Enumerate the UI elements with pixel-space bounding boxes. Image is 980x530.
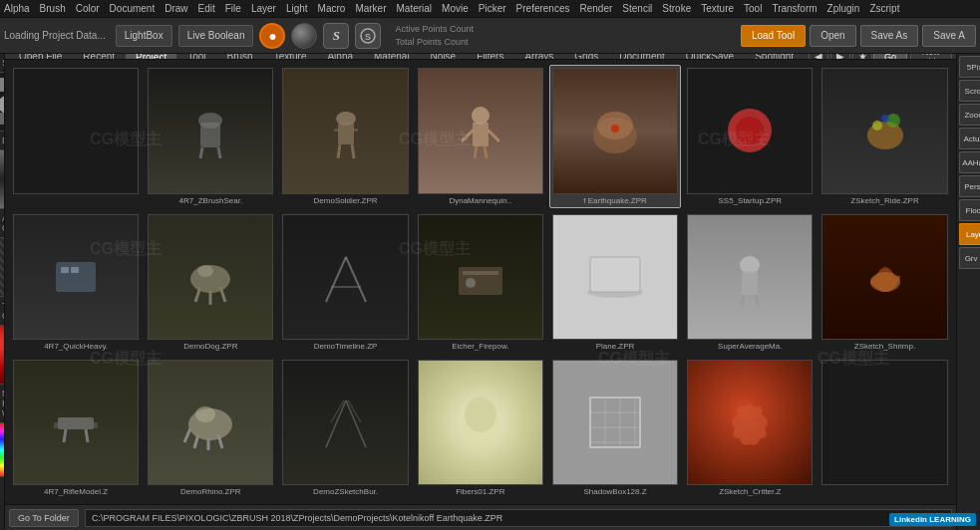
menu-transform[interactable]: Transform — [772, 3, 817, 14]
aahalf-button[interactable]: AAHalf — [959, 151, 980, 173]
file-thumbnail — [552, 214, 678, 340]
menu-macro[interactable]: Macro — [318, 3, 346, 14]
browser-container: Open File Recent Project Tool Brush Text… — [5, 54, 956, 530]
list-item[interactable]: DemoTimeline.ZP — [279, 211, 411, 354]
list-item[interactable]: ZSketch_Ride.ZPR — [818, 65, 950, 207]
menu-picker[interactable]: Picker — [479, 3, 506, 14]
open-button[interactable]: Open — [810, 25, 855, 47]
menu-layer[interactable]: Layer — [251, 3, 276, 14]
list-item[interactable]: Plane.ZPR — [549, 211, 681, 354]
menu-file[interactable]: File — [225, 3, 241, 14]
list-item[interactable]: ZSketch_Critter.Z — [684, 357, 816, 499]
list-item[interactable]: SS5_Startup.ZPR — [684, 65, 816, 207]
menu-document[interactable]: Document — [110, 3, 156, 14]
menu-brush[interactable]: Brush — [40, 3, 66, 14]
menu-material[interactable]: Material — [397, 3, 433, 14]
list-item[interactable]: DemoDog.ZPR — [145, 211, 276, 354]
floor-button[interactable]: Floor — [959, 199, 980, 221]
list-item[interactable]: DynaMannequin.. — [415, 65, 546, 207]
svg-text:S: S — [365, 32, 371, 42]
svg-line-13 — [200, 147, 202, 158]
zoom-button[interactable]: Zoom — [959, 104, 980, 126]
file-name: DemoZSketchBur. — [282, 487, 408, 496]
main-content: Standard Dots Alpha Off Texture Off — [0, 54, 980, 530]
menu-zplugin[interactable]: Zplugin — [827, 3, 860, 14]
menu-light[interactable]: Light — [286, 3, 308, 14]
list-item[interactable]: f Earthquake.ZPR — [549, 65, 681, 207]
file-thumbnail — [418, 214, 543, 340]
file-name: 4R7_ZBrushSear. — [148, 196, 273, 205]
point-counts: Active Points Count Total Points Count — [395, 23, 474, 48]
file-thumbnail — [552, 360, 678, 485]
svg-line-14 — [218, 147, 220, 158]
loading-status: Loading Project Data... — [4, 30, 106, 41]
list-item[interactable]: SuperAverageMa. — [684, 211, 816, 354]
list-item[interactable]: DemoZSketchBur. — [279, 357, 411, 499]
files-grid: 4R7_ZBrushSear. DemoSoldier.ZPR DynaMann… — [5, 60, 956, 504]
file-thumbnail — [148, 360, 273, 485]
svg-line-25 — [475, 146, 477, 158]
menu-preferences[interactable]: Preferences — [516, 3, 570, 14]
material-sphere-icon[interactable] — [291, 23, 317, 49]
svg-line-64 — [194, 434, 198, 448]
svg-line-67 — [184, 428, 190, 442]
svg-line-18 — [352, 144, 354, 158]
lightbox-button[interactable]: LightBox — [116, 25, 172, 47]
5pix-button[interactable]: 5Pix — [959, 56, 980, 78]
file-name: ZSketch_Ride.ZPR — [821, 196, 947, 205]
list-item[interactable]: ShadowBox128.Z — [549, 357, 681, 499]
menu-texture[interactable]: Texture — [701, 3, 734, 14]
save-as-button[interactable]: Save As — [860, 25, 919, 47]
right-panel: 5Pix Scroll Zoom Actual AAHalf Persp Flo… — [956, 54, 980, 530]
file-thumbnail — [282, 360, 408, 485]
file-name: Plane.ZPR — [552, 342, 678, 351]
file-thumbnail — [821, 68, 947, 193]
total-points-label: Total Points Count — [395, 36, 474, 49]
go-to-folder-button[interactable]: Go To Folder — [9, 509, 79, 527]
toolbar-row: Loading Project Data... LightBox Live Bo… — [0, 18, 980, 54]
list-item[interactable]: 4R7_RifleModel.Z — [10, 357, 142, 499]
brush-mode-icon[interactable]: ● — [259, 23, 285, 49]
svg-point-73 — [465, 397, 496, 432]
liveboolean-button[interactable]: Live Boolean — [178, 25, 254, 47]
persp-button[interactable]: Persp — [959, 175, 980, 197]
menu-movie[interactable]: Movie — [442, 3, 469, 14]
menu-tool[interactable]: Tool — [744, 3, 762, 14]
menu-draw[interactable]: Draw — [164, 3, 187, 14]
list-item[interactable]: DemoSoldier.ZPR — [279, 65, 411, 207]
bottom-bar: Go To Folder C:\PROGRAM FILES\PIXOLOGIC\… — [5, 504, 956, 530]
alpha-icon[interactable]: S — [355, 23, 381, 49]
file-thumbnail — [821, 360, 947, 485]
file-name: DemoRhino.ZPR — [148, 487, 273, 496]
list-item[interactable]: 4R7_QuickHeavy. — [10, 211, 142, 354]
load-tool-button[interactable]: Load Tool — [741, 25, 806, 47]
menu-marker[interactable]: Marker — [355, 3, 386, 14]
svg-point-29 — [611, 125, 619, 132]
scroll-button[interactable]: Scroll — [959, 80, 980, 102]
list-item[interactable]: DemoRhino.ZPR — [145, 357, 276, 499]
save-a-button[interactable]: Save A — [922, 25, 976, 47]
menu-alpha[interactable]: Alpha — [4, 3, 30, 14]
menu-color[interactable]: Color — [76, 3, 100, 14]
svg-line-69 — [346, 400, 366, 447]
list-item[interactable] — [818, 357, 950, 499]
file-browser: 4R7_ZBrushSear. DemoSoldier.ZPR DynaMann… — [5, 60, 956, 530]
actual-button[interactable]: Actual — [959, 128, 980, 149]
grvz-button[interactable]: Grv Z — [959, 247, 980, 269]
file-thumbnail — [282, 214, 408, 340]
menu-edit[interactable]: Edit — [198, 3, 215, 14]
svg-line-60 — [64, 429, 66, 442]
menu-zscript[interactable]: Zscript — [869, 3, 899, 14]
menu-stencil[interactable]: Stencil — [622, 3, 652, 14]
list-item[interactable] — [10, 65, 142, 207]
list-item[interactable]: ZSketch_Shrimp. — [818, 211, 950, 354]
list-item[interactable]: Eicher_Firepow. — [415, 211, 546, 354]
layer-button[interactable]: Layn — [959, 223, 980, 245]
menu-stroke[interactable]: Stroke — [662, 3, 691, 14]
menu-render[interactable]: Render — [580, 3, 613, 14]
list-item[interactable]: 4R7_ZBrushSear. — [145, 65, 276, 207]
list-item[interactable]: Fibers01.ZPR — [415, 357, 546, 499]
file-name: DemoSoldier.ZPR — [282, 196, 408, 205]
stroke-icon[interactable]: S — [323, 23, 349, 49]
svg-point-31 — [736, 117, 764, 144]
